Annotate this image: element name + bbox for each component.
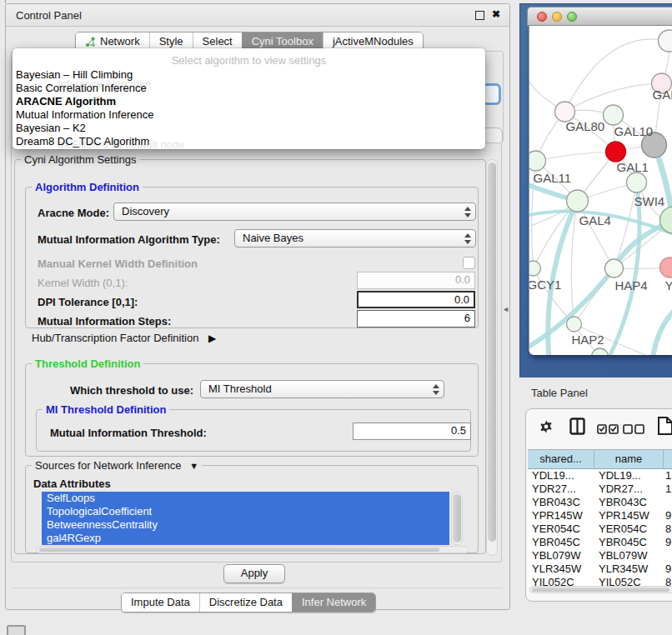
network-view-canvas[interactable]: GALGAL80GAL10GAL1GAL11SWI4GAL4GCY1HAP4YH… xyxy=(529,26,672,355)
network-node[interactable] xyxy=(627,172,647,192)
scrollbar-thumb[interactable] xyxy=(453,494,461,542)
kernel-width-label: Kernel Width (0,1): xyxy=(38,277,128,289)
table-row[interactable]: YLR345WYLR345W9. xyxy=(528,562,672,576)
network-node[interactable] xyxy=(606,142,626,162)
scrollbar-thumb[interactable] xyxy=(39,548,439,552)
dpi-tolerance-input[interactable]: 0.0 xyxy=(357,291,475,308)
apply-button[interactable]: Apply xyxy=(223,564,285,583)
network-node[interactable] xyxy=(659,30,672,52)
column-header-a[interactable]: A xyxy=(664,450,672,468)
network-node[interactable] xyxy=(529,261,541,276)
table-row[interactable]: YBR045CYBR045C9. xyxy=(528,536,672,549)
group-title: Threshold Definition xyxy=(32,358,143,370)
splitter-collapse-arrow[interactable]: ◄ xyxy=(502,305,509,313)
table-row[interactable]: YDR27...YDR27...12 xyxy=(528,482,672,496)
table-row[interactable]: YBR043CYBR043C xyxy=(528,496,672,509)
table-horizontal-scrollbar[interactable] xyxy=(529,586,672,593)
manual-kernel-width-checkbox[interactable] xyxy=(463,257,475,269)
attribute-item-topologicalcoefficient[interactable]: TopologicalCoefficient xyxy=(42,505,449,518)
dropdown-item-bayesian-k2[interactable]: Bayesian – K2 xyxy=(13,122,485,135)
minimize-traffic-light-icon[interactable] xyxy=(552,12,562,22)
table-cell: YDL19... xyxy=(528,469,594,482)
network-node[interactable] xyxy=(660,258,672,278)
stepper-icon xyxy=(464,233,471,244)
column-header-shared-[interactable]: shared... xyxy=(528,450,594,468)
table-row[interactable]: YER054CYER054C8. xyxy=(528,522,672,536)
float-window-icon[interactable] xyxy=(475,11,484,20)
tab-label: Discretize Data xyxy=(209,593,283,612)
deselect-all-checkboxes-icon[interactable] xyxy=(623,422,644,438)
table-cell: YER054C xyxy=(528,522,594,536)
network-node[interactable] xyxy=(529,151,546,171)
new-table-page-icon[interactable] xyxy=(657,416,672,439)
table-row[interactable]: YBL079WYBL079W xyxy=(528,549,672,562)
expander-arrow-icon: ▶ xyxy=(208,332,216,344)
node-label: SWI4 xyxy=(634,194,665,208)
which-threshold-select[interactable]: MI Threshold xyxy=(200,380,444,398)
mi-threshold-input[interactable]: 0.5 xyxy=(353,422,471,440)
table-cell: YBR043C xyxy=(594,496,664,509)
table-cell: YPR145W xyxy=(594,509,664,522)
column-header-name[interactable]: name xyxy=(594,450,664,468)
scrollbar-thumb[interactable] xyxy=(532,588,669,592)
group-title: Cyni Algorithm Settings xyxy=(21,153,139,166)
algorithm-definition-group: Algorithm Definition Aracne Mode: Discov… xyxy=(25,187,479,328)
table-cell: YBR045C xyxy=(594,536,664,549)
close-icon[interactable]: ✖ xyxy=(492,8,500,20)
network-edge xyxy=(571,201,577,324)
gear-icon[interactable] xyxy=(539,419,554,438)
desktop-background: Control Panel ✖ NetworkStyleSelectCyni T… xyxy=(0,0,672,635)
table-row[interactable]: YPR145WYPR145W9. xyxy=(528,509,672,522)
ghost-text-default-node: galFiltered.sif default node xyxy=(58,138,184,151)
network-window-titlebar[interactable] xyxy=(527,7,672,26)
which-threshold-value: MI Threshold xyxy=(208,382,272,395)
table-cell: YLR345W xyxy=(528,562,594,576)
mi-algorithm-type-select[interactable]: Naive Bayes xyxy=(234,229,476,248)
sources-expander[interactable]: Sources for Network Inference ▼ xyxy=(32,459,202,472)
dropdown-item-mutual-information-inference[interactable]: Mutual Information Inference xyxy=(13,108,485,122)
table-cell: 9. xyxy=(664,562,672,576)
hub-definition-expander[interactable]: Hub/Transcription Factor Definition ▶ xyxy=(32,332,216,344)
node-table: shared...nameA YDL19...YDL19...13YDR27..… xyxy=(528,449,672,587)
bottom-tab-infer-network[interactable]: Infer Network xyxy=(292,593,375,612)
mi-steps-input[interactable]: 6 xyxy=(357,310,475,328)
table-cell: 9. xyxy=(664,509,672,522)
settings-vertical-scrollbar[interactable] xyxy=(486,159,498,556)
attribute-item-selfloops[interactable]: SelfLoops xyxy=(42,492,449,505)
list-horizontal-scrollbar[interactable] xyxy=(36,546,469,553)
close-traffic-light-icon[interactable] xyxy=(537,12,547,22)
network-node[interactable] xyxy=(567,317,582,332)
table-cell: 12 xyxy=(664,482,672,496)
dropdown-item-aracne-algorithm[interactable]: ARACNE Algorithm xyxy=(13,95,485,108)
table-cell: YBR045C xyxy=(528,536,594,549)
network-node[interactable] xyxy=(567,190,589,212)
bottom-tab-impute-data[interactable]: Impute Data xyxy=(122,593,199,612)
table-cell: YLR345W xyxy=(594,562,664,576)
attribute-item-gal4rgexp[interactable]: gal4RGexp xyxy=(42,532,449,545)
table-panel-title: Table Panel xyxy=(531,387,588,399)
network-edge xyxy=(536,152,616,161)
table-cell: YER054C xyxy=(594,522,664,536)
scrollbar-thumb[interactable] xyxy=(488,162,496,542)
network-node[interactable] xyxy=(604,105,624,125)
table-cell xyxy=(664,496,672,509)
table-cell: YBR043C xyxy=(528,496,594,509)
panel-divider xyxy=(13,588,503,588)
node-label: GAL80 xyxy=(566,119,605,133)
mi-threshold-label: Mutual Information Threshold: xyxy=(50,427,207,439)
bottom-tab-discretize-data[interactable]: Discretize Data xyxy=(199,593,292,612)
hub-definition-label: Hub/Transcription Factor Definition xyxy=(32,332,198,344)
split-columns-icon[interactable] xyxy=(569,418,585,438)
collapsed-panel-icon[interactable] xyxy=(7,625,26,635)
mi-type-value: Naive Bayes xyxy=(243,232,303,244)
zoom-traffic-light-icon[interactable] xyxy=(567,12,577,22)
table-cell: YPR145W xyxy=(528,509,594,522)
attribute-item-betweennesscentrality[interactable]: BetweennessCentrality xyxy=(42,518,449,532)
select-all-checkboxes-icon[interactable] xyxy=(597,422,619,438)
table-row[interactable]: YDL19...YDL19...13 xyxy=(528,469,672,482)
table-header-row: shared...nameA xyxy=(528,450,672,469)
aracne-mode-select[interactable]: Discovery xyxy=(113,202,476,221)
kernel-width-input[interactable]: 0.0 xyxy=(357,272,475,289)
list-vertical-scrollbar[interactable] xyxy=(451,492,463,545)
network-node[interactable] xyxy=(605,259,624,278)
